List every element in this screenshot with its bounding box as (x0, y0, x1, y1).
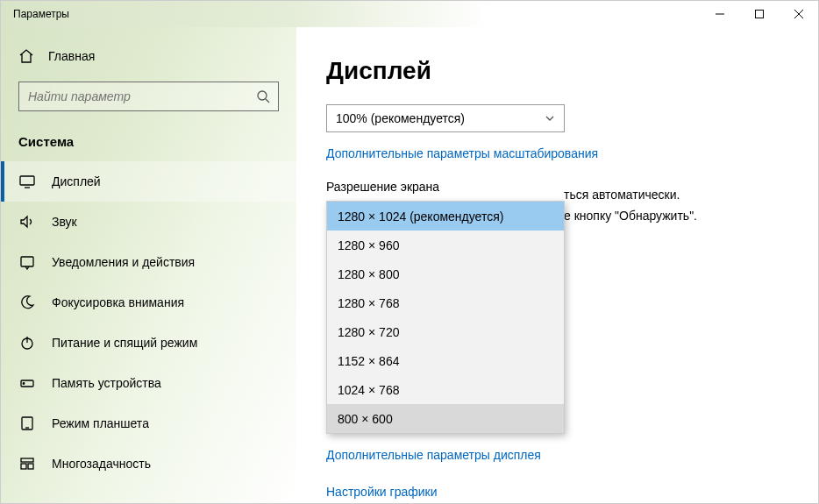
resolution-option[interactable]: 1280 × 1024 (рекомендуется) (327, 202, 564, 231)
sidebar-item-label: Фокусировка внимания (52, 295, 184, 309)
sidebar-item-5[interactable]: Память устройства (1, 363, 296, 403)
resolution-option[interactable]: 1280 × 960 (327, 231, 564, 259)
svg-rect-6 (20, 176, 34, 185)
sidebar-item-0[interactable]: Дисплей (1, 161, 296, 202)
sound-icon (18, 214, 36, 230)
advanced-scaling-link[interactable]: Дополнительные параметры масштабирования (326, 146, 797, 160)
search-input[interactable] (28, 89, 255, 103)
svg-line-5 (266, 99, 269, 103)
multitask-icon (18, 456, 36, 472)
chevron-down-icon (545, 113, 555, 124)
sidebar-item-6[interactable]: Режим планшета (1, 403, 296, 444)
resolution-label: Разрешение экрана (326, 180, 797, 194)
sidebar-item-label: Уведомления и действия (52, 255, 195, 269)
scale-select[interactable]: 100% (рекомендуется) (326, 104, 565, 132)
scale-value: 100% (рекомендуется) (336, 111, 465, 125)
graphics-settings-link[interactable]: Настройки графики (326, 485, 797, 499)
section-title: Система (1, 111, 296, 161)
svg-rect-15 (21, 458, 33, 462)
nav-list: ДисплейЗвукУведомления и действияФокусир… (1, 161, 296, 484)
sidebar-item-label: Режим планшета (52, 416, 149, 430)
main-content: Дисплей 100% (рекомендуется) Дополнитель… (296, 27, 818, 503)
svg-point-4 (258, 91, 267, 100)
sidebar-item-4[interactable]: Питание и спящий режим (1, 323, 296, 363)
resolution-option[interactable]: 1280 × 720 (327, 317, 564, 346)
sidebar-item-label: Память устройства (52, 376, 161, 390)
resolution-option[interactable]: 1152 × 864 (327, 346, 564, 375)
sidebar: Главная Система ДисплейЗвукУведомления и… (1, 27, 296, 503)
sidebar-item-label: Многозадачность (52, 457, 151, 471)
sidebar-item-label: Звук (52, 215, 77, 229)
search-box[interactable] (18, 82, 279, 111)
storage-icon (18, 375, 36, 391)
partial-text: ться автоматически. е кнопку "Обнаружить… (564, 185, 697, 227)
sidebar-item-1[interactable]: Звук (1, 202, 296, 242)
tablet-icon (18, 415, 36, 431)
window-controls (700, 1, 818, 27)
window-body: Главная Система ДисплейЗвукУведомления и… (1, 27, 818, 503)
resolution-dropdown: 1280 × 1024 (рекомендуется)1280 × 960128… (326, 201, 565, 434)
home-label: Главная (48, 49, 95, 63)
svg-rect-1 (755, 11, 763, 18)
sidebar-item-label: Дисплей (52, 174, 101, 188)
resolution-option[interactable]: 1280 × 768 (327, 288, 564, 317)
home-icon (18, 48, 34, 64)
sidebar-item-2[interactable]: Уведомления и действия (1, 242, 296, 282)
close-button[interactable] (779, 1, 818, 27)
window-title: Параметры (13, 8, 69, 20)
sidebar-item-7[interactable]: Многозадачность (1, 444, 296, 484)
moon-icon (18, 295, 36, 310)
minimize-button[interactable] (700, 1, 739, 27)
resolution-option[interactable]: 1280 × 800 (327, 259, 564, 288)
resolution-option[interactable]: 800 × 600 (327, 404, 564, 433)
maximize-button[interactable] (739, 1, 779, 27)
svg-rect-17 (28, 464, 33, 469)
sidebar-item-3[interactable]: Фокусировка внимания (1, 282, 296, 323)
sidebar-item-label: Питание и спящий режим (52, 336, 197, 350)
svg-rect-8 (21, 257, 33, 266)
settings-window: Параметры Главная Система ДисплейЗвукУв (0, 0, 819, 504)
notification-icon (18, 254, 36, 270)
advanced-display-link[interactable]: Дополнительные параметры дисплея (326, 448, 797, 462)
search-icon (255, 89, 271, 103)
monitor-icon (18, 174, 36, 189)
power-icon (18, 335, 36, 351)
page-title: Дисплей (326, 57, 797, 85)
home-button[interactable]: Главная (1, 43, 296, 69)
svg-point-12 (23, 383, 25, 385)
svg-rect-16 (21, 464, 26, 469)
titlebar: Параметры (1, 1, 818, 27)
resolution-option[interactable]: 1024 × 768 (327, 375, 564, 404)
